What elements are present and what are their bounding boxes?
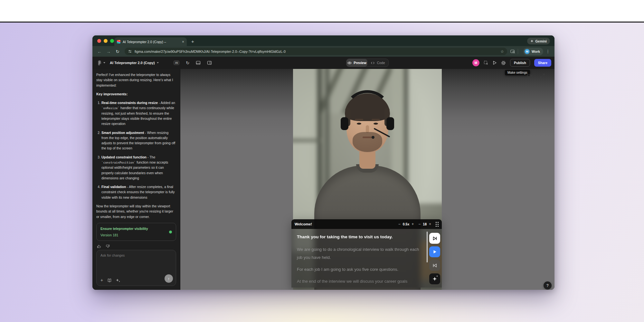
script-line: For each job I am going to ask you five … [297, 265, 423, 273]
teleprompter-header[interactable]: Welcome! − 0.5x + − 18 + [291, 219, 442, 229]
make-toolbar: AI Teleprompter 2.0 (Copy) AI ↻ Preview [92, 57, 554, 69]
zoom-window-button[interactable] [110, 39, 114, 43]
user-avatar[interactable]: M [472, 59, 479, 66]
skip-forward-button[interactable] [429, 233, 440, 244]
browser-toolbar: ← → ↻ figma.com/make/27jciw90uPSFh3nuMDM… [92, 46, 554, 57]
gemini-button[interactable]: Gemini [527, 38, 550, 44]
headset-earcup [386, 117, 394, 130]
chat-sidebar: Perfect! I've enhanced the teleprompter … [92, 69, 180, 290]
tab-close-icon[interactable]: × [182, 40, 184, 44]
make-toolbar-left: AI Teleprompter 2.0 (Copy) AI ↻ [92, 60, 212, 65]
wallpaper-top-strip [0, 0, 644, 23]
teleprompter-panel[interactable]: Welcome! − 0.5x + − 18 + [291, 219, 442, 288]
figma-logo-icon[interactable] [98, 60, 101, 65]
script-line: We are going to do a chronological inter… [297, 245, 423, 261]
intro-paragraph: Perfect! I've enhanced the teleprompter … [96, 72, 176, 88]
thumbs-up-icon[interactable] [97, 244, 101, 249]
teleprompter-scrollbar[interactable] [427, 232, 428, 262]
play-icon [432, 250, 437, 254]
run-play-icon[interactable] [493, 61, 497, 65]
attach-plus-icon[interactable]: + [100, 278, 103, 282]
script-line-current: Thank you for taking the time to visit u… [297, 233, 423, 241]
outro-paragraph: Now the teleprompter will stay within th… [96, 204, 176, 219]
assistant-message: Perfect! I've enhanced the teleprompter … [92, 69, 180, 250]
teleprompter-script[interactable]: Thank you for taking the time to visit u… [291, 229, 442, 288]
font-size-plus-button[interactable]: + [429, 222, 431, 226]
toolbar-divider [518, 49, 518, 54]
tab-strip: AI Teleprompter 2.0 (Copy) – × + Gemini [92, 35, 554, 46]
speed-plus-button[interactable]: + [412, 222, 414, 226]
frame-cursor-icon[interactable] [484, 61, 488, 65]
version-number: Version 181 [100, 232, 169, 238]
headset-band [345, 90, 390, 132]
guidelines-book-icon[interactable] [107, 278, 112, 282]
chevron-down-icon[interactable] [103, 62, 105, 63]
profile-name: Work [532, 50, 540, 53]
tab-title: AI Teleprompter 2.0 (Copy) – [123, 40, 180, 44]
camera-icon[interactable] [527, 73, 533, 79]
version-card-text: Ensure teleprompter visibility Version 1… [100, 226, 169, 238]
publish-button[interactable]: Publish [510, 59, 530, 67]
gemini-label: Gemini [535, 39, 547, 43]
skip-back-button[interactable] [429, 260, 440, 271]
version-card[interactable]: Ensure teleprompter visibility Version 1… [96, 223, 176, 241]
toggle-bottom-panel-icon[interactable] [196, 61, 201, 65]
browser-tab[interactable]: AI Teleprompter 2.0 (Copy) – × [114, 37, 187, 46]
help-button[interactable]: ? [544, 281, 552, 289]
ai-sparkles-button[interactable] [429, 273, 440, 284]
close-window-button[interactable] [97, 39, 101, 43]
skip-forward-icon [432, 236, 437, 241]
make-settings-tooltip: Make settings [505, 70, 530, 75]
fullscreen-expand-icon[interactable] [540, 73, 545, 80]
code-tab[interactable]: Code [367, 59, 388, 67]
eye-icon [347, 61, 352, 65]
teleprompter-title: Welcome! [295, 222, 398, 226]
send-button[interactable]: ↑ [165, 274, 173, 283]
font-size-value: 18 [423, 222, 427, 226]
project-title[interactable]: AI Teleprompter 2.0 (Copy) [110, 61, 155, 65]
ai-sparkle-wand-icon[interactable] [116, 278, 120, 282]
site-settings-icon[interactable] [128, 49, 132, 53]
preview-tab[interactable]: Preview [346, 59, 367, 67]
ask-for-changes-input[interactable] [97, 250, 176, 260]
skip-back-icon [432, 263, 437, 268]
ai-badge: AI [174, 61, 180, 65]
make-toolbar-right: M Publish Share [472, 57, 551, 69]
minimize-window-button[interactable] [104, 39, 108, 43]
browser-menu-icon[interactable]: ⋮ [545, 49, 551, 54]
drag-handle-icon[interactable] [436, 222, 439, 227]
window-content: Perfect! I've enhanced the teleprompter … [92, 69, 554, 290]
new-tab-button[interactable]: + [191, 39, 194, 44]
chat-input-box[interactable]: + ↑ [96, 250, 176, 286]
thumbs-down-icon[interactable] [105, 244, 110, 249]
list-item: Final validation - After resize complete… [101, 184, 176, 200]
refresh-button[interactable]: ↻ [186, 61, 189, 65]
share-button[interactable]: Share [534, 59, 551, 67]
sparkles-icon [433, 277, 437, 281]
gear-icon[interactable] [501, 61, 506, 65]
speed-minus-button[interactable]: − [398, 222, 401, 226]
speed-value: 0.5x [403, 222, 409, 226]
chevron-down-icon[interactable] [157, 62, 159, 63]
improvements-list: Real-time constraints during resize - Ad… [96, 100, 176, 200]
reload-button[interactable]: ↻ [114, 49, 121, 54]
code-icon [371, 61, 375, 65]
version-title: Ensure teleprompter visibility [100, 226, 169, 231]
toggle-right-panel-icon[interactable] [207, 61, 212, 65]
play-button[interactable] [429, 246, 440, 257]
back-button[interactable]: ← [96, 49, 103, 54]
address-bar[interactable]: figma.com/make/27jciw90uPSFh3nuMDMKhJ/AI… [125, 48, 507, 55]
tab-search-icon[interactable] [510, 49, 515, 54]
code-label: Code [377, 61, 385, 65]
profile-chip[interactable]: M Work [523, 48, 543, 55]
preview-label: Preview [354, 61, 366, 65]
bookmark-star-icon[interactable]: ☆ [500, 49, 504, 54]
preview-canvas: Make settings [180, 69, 554, 290]
font-size-control: − 18 + [418, 222, 431, 226]
url-text: figma.com/make/27jciw90uPSFh3nuMDMKhJ/AI… [135, 50, 498, 53]
forward-button[interactable]: → [105, 49, 112, 54]
list-item: Real-time constraints during resize - Ad… [101, 100, 176, 126]
font-size-minus-button[interactable]: − [418, 222, 421, 226]
version-status-dot [169, 231, 172, 233]
chat-input-icons: + [100, 278, 120, 282]
